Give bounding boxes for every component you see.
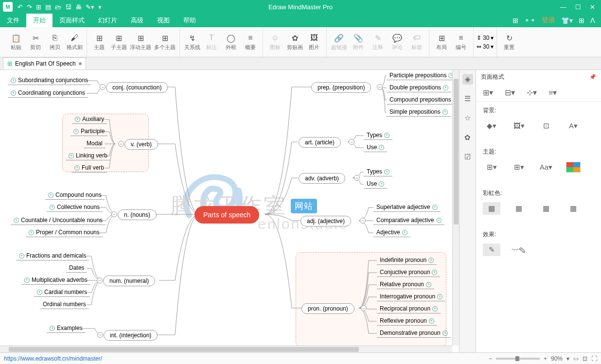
copy-button[interactable]: ⎘拷贝 (46, 30, 64, 55)
panel-tool-4[interactable]: ≡▾ (548, 88, 557, 97)
rainbow-2[interactable]: ▦ (510, 202, 528, 215)
comment-button[interactable]: 💬评论 (388, 30, 407, 55)
boundary-button[interactable]: ◯外框 (222, 30, 240, 55)
junction-num[interactable]: – (97, 277, 103, 283)
bg-fill[interactable]: ◆▾ (483, 120, 500, 132)
pin-icon[interactable]: 📌 (589, 74, 596, 80)
side-clipart-icon[interactable]: ✿ (462, 132, 473, 143)
leaf-countable-n[interactable]: +Countable / Uncountable nouns (11, 216, 106, 225)
node-pron[interactable]: pron. (pronoun) (301, 303, 354, 314)
subtopic-button[interactable]: ⊞子主题 (109, 30, 128, 55)
node-int[interactable]: int. (interjection) (104, 330, 158, 341)
vertical-scrollbar[interactable] (452, 70, 459, 346)
rainbow-3[interactable]: ▦ (537, 202, 555, 215)
canvas[interactable]: 腾龙工作室 网站 enlonstudio (0, 70, 459, 352)
leaf-modal[interactable]: Modal (84, 139, 106, 148)
reset-button[interactable]: ↻重置 (500, 30, 518, 55)
side-outline-icon[interactable]: ☰ (462, 93, 473, 104)
leaf-superlative[interactable]: Superlative adjective+ (373, 203, 441, 212)
effect-1[interactable]: ✎ (483, 243, 500, 256)
grid-icon[interactable]: ⊞ (579, 17, 584, 24)
menu-page-style[interactable]: 页面样式 (53, 14, 91, 27)
panel-tool-2[interactable]: ⊟▾ (505, 88, 515, 97)
theme-font[interactable]: Aa▾ (537, 161, 555, 173)
junction-noun[interactable]: – (111, 211, 117, 217)
junction-prep[interactable]: – (377, 84, 383, 90)
qat-btn-4[interactable]: ▤ (45, 3, 51, 11)
leaf-full[interactable]: +Full verb (71, 163, 107, 173)
zoom-minus[interactable]: − (489, 355, 492, 362)
menu-view[interactable]: 视图 (150, 14, 177, 27)
maximize-button[interactable]: ☐ (575, 3, 581, 11)
junction-int[interactable]: – (97, 332, 103, 338)
leaf-part-prep[interactable]: Participle prepositions+ (387, 71, 457, 80)
bg-watermark[interactable]: ⊡ (537, 120, 555, 132)
layout-button[interactable]: ⊞布局 (432, 30, 451, 55)
clipart-button[interactable]: ✿剪贴画 (285, 30, 304, 55)
menu-start[interactable]: 开始 (26, 14, 53, 27)
junction-adv[interactable]: – (354, 175, 360, 181)
leaf-fractions[interactable]: +Fractions and demicals (16, 251, 89, 260)
leaf-simple-prep[interactable]: Simple prepositions+ (387, 107, 451, 117)
print-button[interactable]: 🖶 (75, 3, 82, 11)
collapse-ribbon-icon[interactable]: ᐱ (590, 17, 595, 24)
side-icons-icon[interactable]: ☆ (462, 113, 473, 123)
node-noun[interactable]: n. (nouns) (118, 209, 157, 220)
view-icon-1[interactable]: ▭ (573, 355, 579, 362)
summary-button[interactable]: ≡概要 (241, 30, 260, 55)
qat-more[interactable]: ▾ (98, 3, 102, 11)
menu-slides[interactable]: 幻灯片 (91, 14, 124, 27)
node-prep[interactable]: prep. (preposition) (311, 82, 371, 93)
multi-topic-button[interactable]: ⊞多个主题 (153, 30, 177, 55)
leaf-conjuctive-pron[interactable]: Conjuctive pronoun+ (377, 268, 440, 277)
status-link[interactable]: https://www.edrawsoft.cn/mindmaster/ (4, 355, 102, 362)
leaf-indefinite-pron[interactable]: Indefinite pronoun+ (377, 256, 437, 265)
leaf-linking[interactable]: +Linking verb (66, 151, 110, 160)
node-num[interactable]: num. (numeral) (103, 276, 155, 286)
hyperlink-button[interactable]: 🔗超链接 (330, 30, 348, 55)
leaf-coord-conj[interactable]: +Coordinating conjunctions (8, 88, 88, 98)
qat-btn-8[interactable]: ✎▾ (86, 3, 94, 11)
paste-button[interactable]: 📋粘贴 (7, 30, 25, 55)
topic-button[interactable]: ⊞主题 (90, 30, 108, 55)
close-button[interactable]: ✕ (590, 3, 595, 11)
save-button[interactable]: 🖫 (65, 3, 71, 11)
bg-image[interactable]: 🖼▾ (510, 120, 528, 132)
leaf-ordinal[interactable]: Ordinal numbers (40, 300, 89, 309)
redo-button[interactable]: ↷ (27, 3, 32, 11)
login-button[interactable]: 登录 (542, 16, 555, 25)
junction-adj[interactable]: – (360, 218, 366, 224)
numbering-button[interactable]: ≡编号 (452, 30, 470, 55)
node-conj[interactable]: conj. (conuunction) (106, 82, 168, 93)
node-adj[interactable]: adj. (adjective) (300, 216, 351, 226)
theme-2[interactable]: ⊞▾ (510, 161, 528, 173)
leaf-examples[interactable]: +Examples (47, 324, 86, 333)
leaf-double-prep[interactable]: Double prepositions+ (387, 83, 451, 92)
cut-button[interactable]: ✂剪切 (26, 30, 45, 55)
leaf-proper-n[interactable]: +Proper / Common nouns (26, 228, 103, 237)
rainbow-4[interactable]: ▦ (565, 202, 582, 215)
menu-help[interactable]: 帮助 (177, 14, 203, 27)
format-painter-button[interactable]: 🖌格式刷 (65, 30, 84, 55)
node-art[interactable]: art. (article) (299, 137, 341, 148)
leaf-reflexive-pron[interactable]: Reflexive pronoun+ (377, 316, 437, 326)
panel-tool-3[interactable]: ⊹▾ (527, 88, 537, 97)
leaf-art-use[interactable]: Use+ (364, 143, 387, 152)
leaf-art-types[interactable]: Types+ (364, 131, 392, 140)
leaf-cardinal[interactable]: +Cardial numbers (34, 288, 90, 297)
leaf-sub-conj[interactable]: +Subordinating conjunctions (8, 76, 91, 85)
leaf-dates[interactable]: Dates (66, 263, 87, 273)
junction-pron[interactable]: – (361, 305, 367, 311)
leaf-adv-use[interactable]: Use+ (364, 179, 387, 189)
leaf-interrogative-pron[interactable]: Interrogative pronoun+ (377, 292, 445, 301)
icon-button[interactable]: ☺图标 (266, 30, 284, 55)
panel-tool-1[interactable]: ⊞▾ (483, 88, 493, 97)
junction-art[interactable]: – (349, 139, 354, 145)
leaf-relative-pron[interactable]: Relative pronoun+ (377, 280, 434, 289)
undo-button[interactable]: ↶ (18, 3, 23, 11)
leaf-auxiliary[interactable]: +Auxiliary (72, 115, 107, 124)
view-icon-2[interactable]: ⊡ (583, 355, 587, 362)
leaf-demonstrative-pron[interactable]: Demonstrative pronoun+ (377, 329, 451, 338)
leaf-mult-adv[interactable]: +Multiplicative adverbs (21, 276, 90, 285)
leaf-compound-prep[interactable]: Compound prepositions (387, 95, 454, 104)
